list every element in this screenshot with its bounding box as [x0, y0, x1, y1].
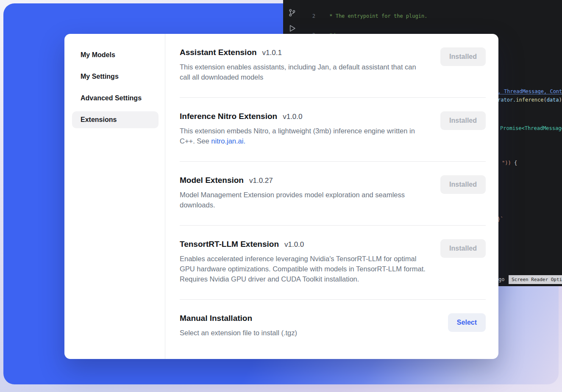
extension-info: Manual Installation Select an extension … [180, 313, 297, 338]
manual-installation-row: Manual Installation Select an extension … [180, 300, 486, 348]
extension-version: v1.0.27 [249, 177, 273, 185]
sidebar-item-my-models[interactable]: My Models [72, 47, 159, 63]
run-debug-icon[interactable] [288, 24, 296, 33]
extension-info: Inference Nitro Extension v1.0.0 This ex… [180, 111, 426, 146]
code-token: rator. [498, 97, 516, 103]
code-line: 2 * The entrypoint for the plugin. [307, 13, 562, 20]
extension-version: v1.0.0 [284, 240, 304, 249]
extension-info: Assistant Extension v1.0.1 This extensio… [180, 47, 426, 82]
extensions-list: Assistant Extension v1.0.1 This extensio… [165, 34, 498, 359]
extension-description: This extension enables assistants, inclu… [180, 62, 426, 82]
extension-title: Model Extension [180, 175, 244, 185]
extension-row-nitro: Inference Nitro Extension v1.0.0 This ex… [180, 98, 486, 162]
nitro-link[interactable]: nitro.jan.ai. [211, 137, 245, 145]
source-control-icon[interactable] [288, 8, 296, 17]
settings-modal: My Models My Settings Advanced Settings … [64, 34, 498, 359]
extension-title: Assistant Extension [180, 47, 257, 58]
installed-button[interactable]: Installed [440, 111, 486, 130]
code-token: data [547, 97, 559, 103]
sidebar-item-my-settings[interactable]: My Settings [72, 68, 159, 85]
code-text: * The entrypoint for the plugin. [326, 13, 427, 20]
manual-installation-title: Manual Installation [180, 313, 252, 323]
extension-row-assistant: Assistant Extension v1.0.1 This extensio… [180, 34, 486, 98]
sidebar-item-advanced-settings[interactable]: Advanced Settings [72, 90, 159, 107]
extension-version: v1.0.1 [262, 49, 282, 57]
line-number: 2 [307, 13, 315, 20]
code-token: inference [516, 97, 543, 103]
extension-description: Model Management Extension provides mode… [180, 190, 426, 210]
extension-row-model: Model Extension v1.0.27 Model Management… [180, 162, 486, 226]
extension-info: Model Extension v1.0.27 Model Management… [180, 175, 426, 210]
code-fragment: Promise<ThreadMessage> [500, 125, 562, 131]
code-token: )); [559, 97, 562, 103]
code-token: ( [543, 97, 546, 103]
code-fragment: ")) { [502, 160, 517, 166]
statusbar-text: go [498, 276, 504, 282]
installed-button[interactable]: Installed [440, 175, 486, 194]
code-fragment: rator.inference(data)); [498, 97, 562, 103]
code-token: ")) [502, 160, 511, 166]
screen-reader-badge[interactable]: Screen Reader Optimize [509, 275, 562, 284]
extension-description: This extension embeds Nitro, a lightweig… [180, 126, 426, 146]
extension-info: TensortRT-LLM Extension v1.0.0 Enables a… [180, 239, 426, 284]
extension-row-tensorrt: TensortRT-LLM Extension v1.0.0 Enables a… [180, 226, 486, 300]
extension-title: TensortRT-LLM Extension [180, 239, 279, 249]
extension-version: v1.0.0 [283, 113, 302, 121]
sidebar-item-extensions[interactable]: Extensions [72, 111, 159, 128]
installed-button[interactable]: Installed [440, 239, 486, 258]
manual-installation-description: Select an extension file to install (.tg… [180, 328, 297, 338]
extension-title: Inference Nitro Extension [180, 111, 277, 121]
settings-sidebar: My Models My Settings Advanced Settings … [64, 34, 165, 359]
installed-button[interactable]: Installed [440, 47, 486, 66]
select-button[interactable]: Select [448, 313, 486, 332]
code-token: { [511, 160, 517, 166]
extension-description: Enables accelerated inference leveraging… [180, 254, 426, 284]
